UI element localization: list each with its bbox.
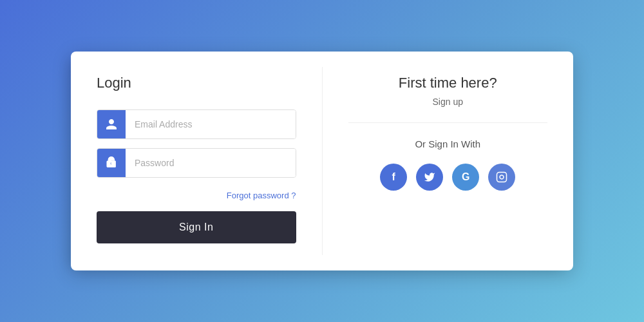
email-input-group	[97, 109, 296, 139]
sign-up-link[interactable]: Sign up	[433, 97, 463, 107]
social-icons-container: f G	[380, 164, 515, 191]
right-panel: First time here? Sign up Or Sign In With…	[323, 52, 574, 270]
login-title: Login	[97, 75, 296, 91]
password-field[interactable]	[126, 149, 296, 177]
password-input-group	[97, 148, 296, 178]
login-panel: Login	[71, 52, 322, 270]
email-icon	[97, 110, 126, 138]
person-svg	[105, 118, 118, 131]
twitter-button[interactable]	[416, 164, 443, 191]
google-button[interactable]: G	[452, 164, 479, 191]
outer-container: Login	[58, 45, 586, 277]
instagram-icon	[496, 171, 507, 183]
instagram-button[interactable]	[488, 164, 515, 191]
right-divider	[348, 122, 548, 123]
email-field[interactable]	[126, 110, 296, 138]
card-main: Login	[71, 52, 573, 270]
forgot-password-container: Forgot password ?	[97, 189, 296, 201]
twitter-icon	[424, 171, 435, 183]
lock-svg	[105, 156, 118, 169]
forgot-password-link[interactable]: Forgot password ?	[227, 191, 296, 200]
sign-in-button[interactable]: Sign In	[97, 211, 296, 243]
first-time-title: First time here?	[399, 75, 497, 91]
or-sign-in-text: Or Sign In With	[415, 138, 480, 149]
svg-rect-2	[497, 173, 507, 182]
facebook-button[interactable]: f	[380, 164, 407, 191]
password-icon	[97, 149, 126, 177]
